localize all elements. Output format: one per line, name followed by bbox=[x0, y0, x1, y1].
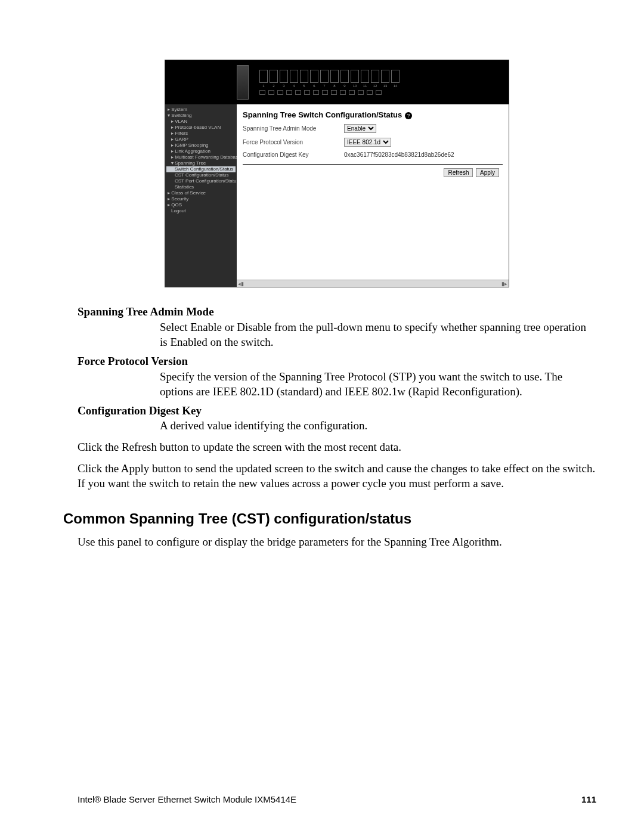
term-protocol-version: Force Protocol Version bbox=[78, 354, 596, 369]
nav-vlan[interactable]: ▸ VLAN bbox=[166, 119, 236, 125]
scroll-right-icon[interactable]: ▮▸ bbox=[501, 281, 507, 287]
port-8[interactable] bbox=[330, 70, 339, 83]
port-number-7: 7 bbox=[320, 84, 329, 88]
section-heading-cst: Common Spanning Tree (CST) configuration… bbox=[63, 509, 596, 528]
port-10[interactable] bbox=[351, 70, 359, 83]
port-led-2 bbox=[268, 90, 274, 95]
port-number-4: 4 bbox=[290, 84, 298, 88]
port-led-3 bbox=[277, 90, 283, 95]
nav-system[interactable]: ▸ System bbox=[166, 107, 236, 113]
nav-qos[interactable]: ▸ QOS bbox=[166, 202, 236, 208]
nav-logout[interactable]: Logout bbox=[166, 208, 236, 214]
para-refresh: Click the Refresh button to update the s… bbox=[78, 439, 596, 455]
port-led-6 bbox=[304, 90, 310, 95]
page-footer: Intel® Blade Server Ethernet Switch Modu… bbox=[78, 794, 596, 804]
port-number-6: 6 bbox=[310, 84, 318, 88]
divider bbox=[243, 164, 503, 165]
term-admin-mode: Spanning Tree Admin Mode bbox=[78, 304, 596, 320]
port-number-11: 11 bbox=[361, 84, 369, 88]
port-led-1 bbox=[259, 90, 265, 95]
doc-body: Spanning Tree Admin Mode Select Enable o… bbox=[78, 304, 596, 550]
nav-multicast-fwd-db[interactable]: ▸ Multicast Forwarding Database bbox=[166, 154, 236, 160]
port-number-13: 13 bbox=[381, 84, 389, 88]
nav-spanning-tree[interactable]: ▾ Spanning Tree bbox=[166, 160, 236, 166]
digest-key-value: 0xac36177f50283cd4b83821d8ab26de62 bbox=[344, 151, 454, 158]
nav-class-of-service[interactable]: ▸ Class of Service bbox=[166, 190, 236, 196]
port-led-row bbox=[259, 90, 400, 95]
nav-switch-config-status[interactable]: Switch Configuration/Status bbox=[166, 166, 236, 172]
port-led-10 bbox=[340, 90, 346, 95]
port-panel: 1234567891011121314 bbox=[259, 70, 400, 95]
scroll-left-icon[interactable]: ◂▮ bbox=[238, 281, 244, 287]
port-11[interactable] bbox=[361, 70, 369, 83]
digest-key-label: Configuration Digest Key bbox=[243, 151, 344, 158]
port-number-row: 1234567891011121314 bbox=[259, 84, 400, 88]
apply-button[interactable]: Apply bbox=[476, 168, 499, 177]
port-led-11 bbox=[349, 90, 355, 95]
port-9[interactable] bbox=[340, 70, 349, 83]
port-number-14: 14 bbox=[391, 84, 400, 88]
footer-product: Intel® Blade Server Ethernet Switch Modu… bbox=[78, 794, 296, 804]
horizontal-scrollbar[interactable]: ◂▮ ▮▸ bbox=[237, 280, 509, 287]
nav-sidebar: ▸ System ▾ Switching ▸ VLAN ▸ Protocol-b… bbox=[165, 104, 237, 287]
switch-header-bar: 1234567891011121314 bbox=[165, 60, 509, 104]
port-led-8 bbox=[322, 90, 328, 95]
switch-module-icon bbox=[237, 65, 249, 100]
port-led-9 bbox=[331, 90, 337, 95]
port-number-9: 9 bbox=[340, 84, 349, 88]
port-4[interactable] bbox=[290, 70, 298, 83]
port-number-5: 5 bbox=[300, 84, 308, 88]
def-protocol-version: Specify the version of the Spanning Tree… bbox=[160, 369, 596, 400]
port-led-5 bbox=[295, 90, 301, 95]
port-number-10: 10 bbox=[351, 84, 359, 88]
port-led-4 bbox=[286, 90, 292, 95]
port-3[interactable] bbox=[280, 70, 288, 83]
nav-protocol-vlan[interactable]: ▸ Protocol-based VLAN bbox=[166, 125, 236, 131]
protocol-version-select[interactable]: IEEE 802.1d bbox=[344, 138, 391, 147]
nav-igmp[interactable]: ▸ IGMP Snooping bbox=[166, 143, 236, 148]
port-14[interactable] bbox=[391, 70, 400, 83]
footer-page-number: 111 bbox=[581, 794, 596, 804]
port-13[interactable] bbox=[381, 70, 389, 83]
nav-cst-config-status[interactable]: CST Configuration/Status bbox=[166, 172, 236, 178]
port-led-13 bbox=[367, 90, 373, 95]
protocol-version-label: Force Protocol Version bbox=[243, 139, 344, 145]
term-digest-key: Configuration Digest Key bbox=[78, 403, 596, 419]
nav-cst-port-config-status[interactable]: CST Port Configuration/Status bbox=[166, 178, 236, 184]
def-admin-mode: Select Enable or Disable from the pull-d… bbox=[160, 320, 596, 350]
embedded-screenshot: 1234567891011121314 ▸ System ▾ Switching… bbox=[165, 60, 509, 287]
port-led-7 bbox=[313, 90, 319, 95]
nav-statistics[interactable]: Statistics bbox=[166, 184, 236, 190]
nav-switching[interactable]: ▾ Switching bbox=[166, 113, 236, 119]
nav-security[interactable]: ▸ Security bbox=[166, 196, 236, 202]
port-row bbox=[259, 70, 400, 83]
admin-mode-label: Spanning Tree Admin Mode bbox=[243, 125, 344, 132]
port-number-1: 1 bbox=[259, 84, 268, 88]
port-led-14 bbox=[376, 90, 382, 95]
para-apply: Click the Apply button to send the updat… bbox=[78, 461, 596, 491]
port-6[interactable] bbox=[310, 70, 318, 83]
nav-filters[interactable]: ▸ Filters bbox=[166, 131, 236, 137]
port-led-12 bbox=[358, 90, 364, 95]
port-number-12: 12 bbox=[371, 84, 379, 88]
def-digest-key: A derived value identifying the configur… bbox=[160, 418, 596, 433]
port-1[interactable] bbox=[259, 70, 268, 83]
para-cst-intro: Use this panel to configure or display t… bbox=[78, 534, 596, 550]
help-icon[interactable]: ? bbox=[405, 112, 412, 119]
refresh-button[interactable]: Refresh bbox=[444, 168, 473, 177]
admin-mode-select[interactable]: Enable bbox=[344, 124, 376, 133]
port-2[interactable] bbox=[270, 70, 278, 83]
port-5[interactable] bbox=[300, 70, 308, 83]
port-number-8: 8 bbox=[330, 84, 339, 88]
port-number-2: 2 bbox=[270, 84, 278, 88]
panel-title: Spanning Tree Switch Configuration/Statu… bbox=[243, 110, 402, 119]
nav-link-aggregation[interactable]: ▸ Link Aggregation bbox=[166, 148, 236, 154]
main-panel: Spanning Tree Switch Configuration/Statu… bbox=[237, 104, 509, 287]
port-12[interactable] bbox=[371, 70, 379, 83]
port-number-3: 3 bbox=[280, 84, 288, 88]
port-7[interactable] bbox=[320, 70, 329, 83]
nav-garp[interactable]: ▸ GARP bbox=[166, 137, 236, 143]
